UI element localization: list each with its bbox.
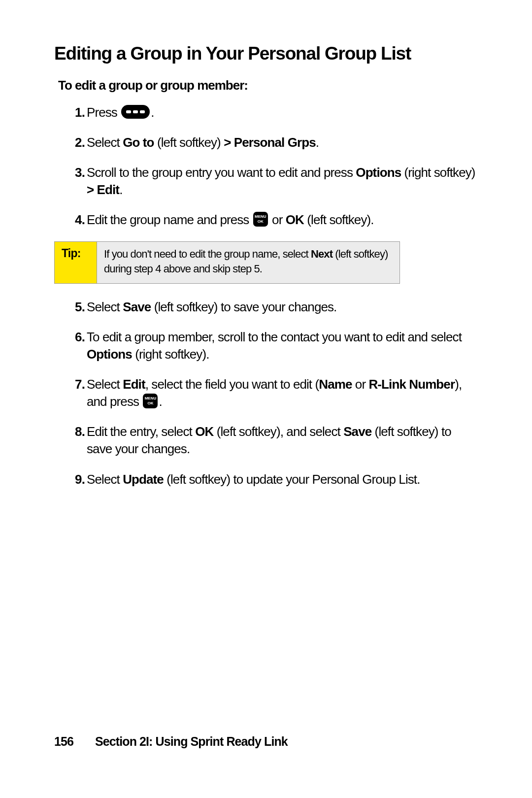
step-number: 2. (67, 134, 85, 151)
dash-key-icon (121, 105, 150, 119)
step-number: 5. (67, 299, 85, 316)
step-text: Edit the entry, select (87, 424, 195, 439)
step-text: Select (87, 135, 123, 150)
step-bold: > Edit (87, 182, 119, 197)
step-text: (left softkey), and select (213, 424, 343, 439)
tip-label: Tip: (55, 242, 97, 283)
step-4: 4. Edit the group name and press MENUOK … (87, 211, 478, 229)
step-text: (right softkey). (132, 347, 209, 362)
menu-ok-key-icon: MENUOK (143, 394, 158, 408)
tip-text: If you don't need to edit the group name… (104, 248, 311, 260)
step-9: 9. Select Update (left softkey) to updat… (87, 471, 478, 488)
step-number: 4. (67, 211, 85, 229)
step-text: (left softkey) to save your changes. (151, 299, 336, 314)
subheading: To edit a group or group member: (58, 78, 478, 93)
step-text: Scroll to the group entry you want to ed… (87, 165, 356, 180)
step-text: To edit a group member, scroll to the co… (87, 330, 462, 344)
step-8: 8. Edit the entry, select OK (left softk… (87, 423, 478, 458)
page-heading: Editing a Group in Your Personal Group L… (54, 43, 478, 64)
tip-bold: Next (311, 248, 332, 260)
step-number: 1. (67, 104, 85, 121)
step-text: (left softkey) (154, 135, 224, 150)
step-6: 6. To edit a group member, scroll to the… (87, 329, 478, 363)
step-bold: Save (123, 299, 151, 314)
step-text: (left softkey). (304, 212, 374, 227)
step-bold: Save (343, 424, 371, 439)
step-number: 6. (67, 329, 85, 346)
step-7: 7. Select Edit, select the field you wan… (87, 376, 478, 410)
section-title: Section 2I: Using Sprint Ready Link (95, 734, 288, 748)
step-bold: > Personal Grps (224, 135, 316, 150)
step-text: Press (87, 105, 120, 120)
tip-box: Tip: If you don't need to edit the group… (54, 241, 400, 283)
step-list-continued: 5. Select Save (left softkey) to save yo… (54, 299, 478, 488)
step-number: 7. (67, 376, 85, 393)
step-bold: OK (286, 212, 304, 227)
step-bold: Edit (123, 377, 145, 392)
step-number: 3. (67, 164, 85, 181)
step-text: . (316, 135, 319, 150)
step-bold: Name (319, 377, 352, 392)
step-bold: Go to (123, 135, 154, 150)
step-number: 9. (67, 471, 85, 488)
step-bold: R-Link Number (368, 377, 455, 392)
menu-ok-key-icon: MENUOK (253, 212, 268, 227)
step-bold: Update (123, 472, 164, 487)
step-1: 1. Press . (87, 104, 478, 121)
step-text: Select (87, 377, 123, 392)
step-text: (left softkey) to update your Personal G… (164, 472, 420, 487)
step-text: Select (87, 299, 123, 314)
step-text: or (269, 212, 286, 227)
step-text: , select the field you want to edit ( (145, 377, 319, 392)
step-text: . (119, 182, 122, 197)
step-list: 1. Press . 2. Select Go to (left softkey… (54, 104, 478, 229)
page-number: 156 (54, 734, 73, 748)
step-text: (right softkey) (401, 165, 475, 180)
step-2: 2. Select Go to (left softkey) > Persona… (87, 134, 478, 151)
step-bold: OK (195, 424, 213, 439)
step-text: . (159, 394, 162, 409)
step-text: Edit the group name and press (87, 212, 252, 227)
step-bold: Options (87, 347, 132, 362)
manual-page: Editing a Group in Your Personal Group L… (0, 0, 532, 798)
step-5: 5. Select Save (left softkey) to save yo… (87, 299, 478, 316)
step-3: 3. Scroll to the group entry you want to… (87, 164, 478, 199)
tip-body: If you don't need to edit the group name… (97, 242, 399, 283)
step-text: Select (87, 472, 123, 487)
step-number: 8. (67, 423, 85, 440)
step-text: . (151, 105, 154, 120)
page-footer: 156Section 2I: Using Sprint Ready Link (54, 734, 288, 749)
step-bold: Options (356, 165, 401, 180)
step-text: or (352, 377, 369, 392)
